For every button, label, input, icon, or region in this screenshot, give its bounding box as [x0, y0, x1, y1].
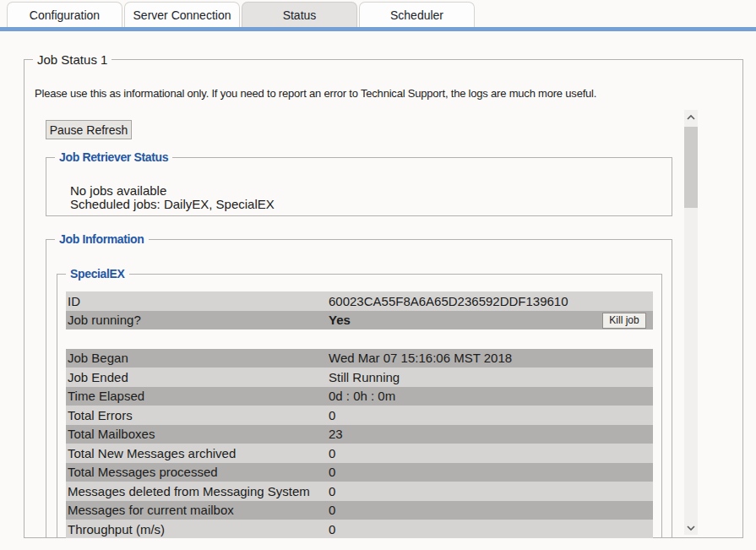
- row-value: Still Running: [329, 370, 653, 384]
- row-label: Total Messages processed: [66, 465, 329, 479]
- table-row: Total Mailboxes23: [66, 425, 653, 444]
- retriever-line-1: No jobs available: [70, 183, 166, 198]
- retriever-line-2: Scheduled jobs: DailyEX, SpecialEX: [70, 197, 275, 211]
- row-value: 0: [329, 522, 653, 536]
- job-information-groupbox: Job Information SpecialEX ID60023CA55F8A…: [46, 239, 672, 538]
- row-label: Job Began: [66, 351, 329, 365]
- table-row: Messages for current mailbox0: [66, 501, 653, 520]
- scrollbar-up-icon[interactable]: [684, 110, 698, 124]
- row-label: Total Errors: [66, 408, 329, 422]
- row-label: Total Mailboxes: [66, 427, 329, 441]
- row-value: Wed Mar 07 15:16:06 MST 2018: [329, 351, 653, 365]
- job-status-legend: Job Status 1: [33, 52, 111, 67]
- row-value: 0: [329, 465, 653, 479]
- row-value: 0d : 0h : 0m: [329, 389, 653, 403]
- table-row-gap: [66, 329, 653, 349]
- table-row: Throughput (m/s)0: [66, 520, 653, 538]
- pause-refresh-button[interactable]: Pause Refresh: [46, 120, 132, 139]
- scrollbar-thumb[interactable]: [684, 127, 698, 208]
- table-row: Total Errors0: [66, 406, 653, 425]
- table-row: Total New Messages archived0: [66, 444, 653, 463]
- row-value: 0: [329, 503, 653, 517]
- job-retriever-status-legend: Job Retriever Status: [55, 150, 172, 165]
- row-label: ID: [66, 294, 329, 308]
- specialex-groupbox: SpecialEX ID60023CA55F8A6A65D236592DDF13…: [57, 274, 662, 538]
- row-label: Messages for current mailbox: [66, 503, 329, 517]
- job-information-legend: Job Information: [55, 232, 149, 247]
- tab-bar: ConfigurationServer ConnectionStatusSche…: [7, 2, 475, 27]
- info-text: Please use this as informational only. I…: [35, 87, 596, 100]
- row-label: Throughput (m/s): [66, 522, 329, 536]
- row-value: 0: [329, 408, 653, 422]
- row-label: Job running?: [66, 313, 329, 327]
- row-label: Messages deleted from Messaging System: [66, 484, 329, 498]
- row-label: Total New Messages archived: [66, 446, 329, 460]
- vertical-scrollbar[interactable]: [684, 110, 698, 535]
- job-detail-table: ID60023CA55F8A6A65D236592DDF139610Job ru…: [66, 291, 653, 538]
- row-value: 60023CA55F8A6A65D236592DDF139610: [329, 294, 653, 308]
- scrollbar-down-icon[interactable]: [684, 520, 698, 535]
- tab-status[interactable]: Status: [242, 2, 357, 27]
- tab-scheduler[interactable]: Scheduler: [359, 2, 475, 27]
- row-value: 23: [329, 427, 653, 441]
- specialex-legend: SpecialEX: [66, 267, 129, 281]
- row-value: 0: [329, 446, 653, 460]
- row-label: Job Ended: [66, 370, 329, 384]
- kill-job-button[interactable]: Kill job: [602, 313, 646, 329]
- table-row: ID60023CA55F8A6A65D236592DDF139610: [66, 291, 653, 311]
- tab-server-connection[interactable]: Server Connection: [124, 2, 240, 27]
- job-status-groupbox: Job Status 1 Please use this as informat…: [24, 59, 743, 538]
- tab-underline-bar: [0, 27, 756, 31]
- status-scrollpane: Pause Refresh Job Retriever Status No jo…: [42, 110, 698, 538]
- table-row: Total Messages processed0: [66, 463, 653, 482]
- table-row: Job BeganWed Mar 07 15:16:06 MST 2018: [66, 349, 653, 368]
- tab-configuration[interactable]: Configuration: [7, 2, 122, 27]
- row-value: 0: [329, 484, 653, 498]
- table-row: Messages deleted from Messaging System0: [66, 482, 653, 501]
- table-row: Job running?YesKill job: [66, 311, 653, 330]
- row-label: Time Elapsed: [66, 389, 329, 403]
- table-row: Time Elapsed0d : 0h : 0m: [66, 387, 653, 406]
- table-row: Job EndedStill Running: [66, 368, 653, 387]
- job-retriever-status-groupbox: Job Retriever Status No jobs available S…: [46, 157, 672, 216]
